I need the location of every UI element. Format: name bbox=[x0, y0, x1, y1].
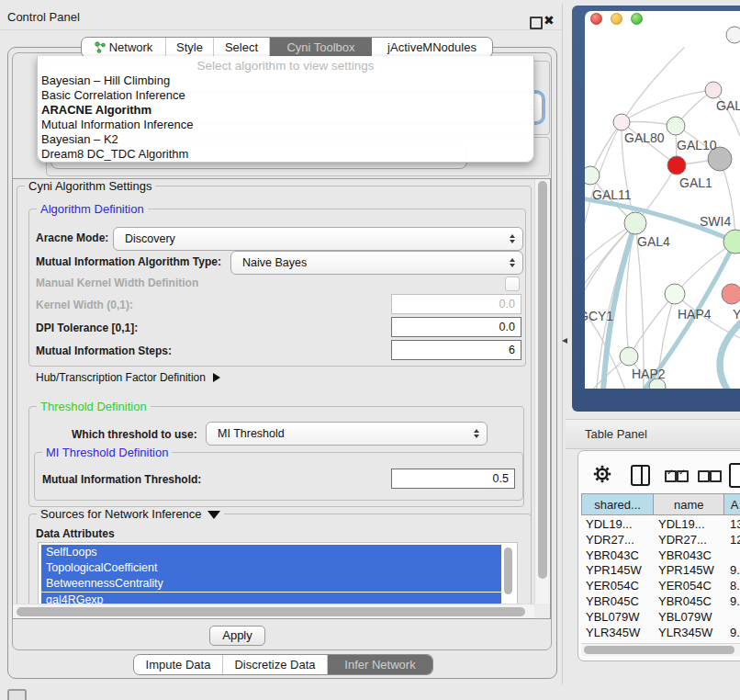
dropdown-item-mutual-information-inference[interactable]: Mutual Information Inference bbox=[41, 118, 193, 132]
node-label-yNode: Y bbox=[733, 307, 740, 322]
tab-jactivemnodules[interactable]: jActiveMNodules bbox=[372, 38, 492, 57]
manual-kernel-checkbox[interactable] bbox=[505, 277, 520, 291]
tab-infer-network[interactable]: Infer Network bbox=[328, 655, 432, 674]
network-node-gal11[interactable] bbox=[585, 166, 600, 185]
table-cell: YBL079W bbox=[581, 610, 654, 626]
dropdown-item-aracne-algorithm[interactable]: ARACNE Algorithm bbox=[41, 103, 151, 118]
zoom-window-light[interactable] bbox=[631, 13, 643, 25]
stepper-icon bbox=[510, 258, 515, 267]
algorithm-definition-title: Algorithm Definition bbox=[37, 202, 148, 216]
table-row[interactable]: YBL079WYBL079W bbox=[581, 610, 740, 626]
columns-icon[interactable] bbox=[631, 465, 650, 486]
network-node-swi4[interactable] bbox=[723, 230, 740, 254]
network-node-gal4[interactable] bbox=[624, 212, 646, 234]
table-row[interactable]: YLR345WYLR345W9. bbox=[581, 626, 740, 641]
tab-impute-data[interactable]: Impute Data bbox=[134, 655, 223, 674]
settings-vscroll-thumb[interactable] bbox=[538, 181, 547, 579]
stepper-icon bbox=[474, 429, 479, 438]
table-cell bbox=[725, 610, 740, 626]
table-cell: YBR045C bbox=[654, 594, 725, 610]
table-cell: YDL19... bbox=[581, 517, 654, 533]
table-row[interactable]: YBR045CYBR045C9. bbox=[581, 594, 740, 610]
node-label-gal11: GAL11 bbox=[592, 187, 632, 202]
network-graph[interactable]: GALGAL80GAL10GAL1GAL11GAL4SWI4GCY1HAP4YH… bbox=[585, 26, 740, 389]
minimize-window-light[interactable] bbox=[611, 13, 622, 25]
deselect-all-columns-icon2[interactable] bbox=[710, 470, 722, 482]
column-header-shared...[interactable]: shared... bbox=[582, 494, 654, 514]
which-threshold-combo[interactable]: MI Threshold bbox=[206, 422, 488, 446]
tab-select[interactable]: Select bbox=[214, 38, 270, 57]
network-node-hap2[interactable] bbox=[620, 347, 638, 366]
collapsed-panel-button[interactable] bbox=[7, 689, 27, 700]
aracne-mode-combo[interactable]: Discovery bbox=[113, 227, 523, 251]
sources-group-title[interactable]: Sources for Network Inference bbox=[37, 507, 224, 521]
node-label-gal80: GAL80 bbox=[624, 130, 665, 145]
table-cell: YBR045C bbox=[581, 594, 654, 610]
settings-horizontal-scrollbar[interactable] bbox=[13, 604, 534, 619]
mi-type-combo[interactable]: Naive Bayes bbox=[230, 251, 523, 275]
mi-threshold-input[interactable]: 0.5 bbox=[391, 469, 515, 489]
table-hscroll-thumb[interactable] bbox=[584, 646, 734, 654]
dpi-tolerance-label: DPI Tolerance [0,1]: bbox=[36, 322, 138, 334]
list-scrollbar-thumb[interactable] bbox=[504, 548, 512, 594]
apply-button[interactable]: Apply bbox=[209, 626, 265, 646]
network-node-gal10[interactable] bbox=[667, 117, 685, 135]
gear-icon[interactable] bbox=[593, 465, 611, 483]
network-node-galX[interactable] bbox=[705, 82, 722, 98]
column-header-name[interactable]: name bbox=[654, 494, 724, 514]
network-node-ghostTR[interactable] bbox=[726, 27, 740, 43]
network-edge bbox=[629, 294, 675, 356]
table-cell: 8. bbox=[725, 579, 740, 594]
dpi-tolerance-input[interactable]: 0.0 bbox=[391, 317, 521, 337]
table-row[interactable]: YPR145WYPR145W9. bbox=[581, 563, 740, 579]
select-all-columns-icon[interactable]: ✓ bbox=[665, 470, 677, 482]
tab-network[interactable]: Network bbox=[82, 38, 166, 57]
table-row[interactable]: YDR27...YDR27...12 bbox=[581, 533, 740, 548]
float-window-button[interactable] bbox=[530, 17, 543, 29]
dropdown-item-basic-correlation-inference[interactable]: Basic Correlation Inference bbox=[41, 88, 185, 103]
tab-cyni-toolbox[interactable]: Cyni Toolbox bbox=[270, 38, 372, 57]
dropdown-item-bayesian-k2[interactable]: Bayesian – K2 bbox=[41, 132, 118, 147]
close-window-light[interactable] bbox=[590, 13, 602, 25]
tab-style[interactable]: Style bbox=[166, 38, 214, 57]
dropdown-item-dream8-dc-tdc-algorithm[interactable]: Dream8 DC_TDC Algorithm bbox=[41, 147, 188, 162]
kernel-width-input[interactable]: 0.0 bbox=[391, 294, 521, 314]
tab-discretize-data[interactable]: Discretize Data bbox=[223, 655, 328, 674]
network-edge bbox=[585, 223, 635, 299]
dropdown-item-bayesian-hill-climbing[interactable]: Bayesian – Hill Climbing bbox=[41, 73, 170, 88]
mouse-cursor bbox=[562, 338, 567, 344]
deselect-all-columns-icon[interactable] bbox=[698, 470, 710, 482]
data-attributes-list[interactable]: SelfLoopsTopologicalCoefficientBetweenne… bbox=[38, 542, 518, 607]
close-panel-button[interactable]: ✖ bbox=[544, 13, 555, 28]
mi-steps-label: Mutual Information Steps: bbox=[36, 344, 172, 357]
desktop: Control Panel ✖ Cyni Algorithm Settings … bbox=[0, 0, 740, 700]
top-tab-bar: NetworkStyleSelectCyni ToolboxjActiveMNo… bbox=[81, 37, 493, 58]
table-header-row: shared...nameA bbox=[581, 493, 740, 515]
sources-title-text: Sources for Network Inference bbox=[40, 507, 202, 521]
column-header-A[interactable]: A bbox=[724, 494, 740, 514]
table-function-icon[interactable] bbox=[729, 463, 740, 488]
network-node-hap4[interactable] bbox=[665, 284, 685, 304]
network-node-gal80[interactable] bbox=[613, 114, 630, 130]
settings-vertical-scrollbar[interactable] bbox=[534, 179, 551, 618]
settings-hscroll-thumb[interactable] bbox=[17, 607, 525, 616]
mi-type-value: Naive Bayes bbox=[242, 256, 307, 269]
network-edge bbox=[622, 48, 684, 122]
table-horizontal-scrollbar[interactable] bbox=[581, 643, 740, 656]
which-threshold-label: Which threshold to use: bbox=[72, 428, 197, 441]
node-label-gcy1: GCY1 bbox=[585, 309, 613, 323]
node-label-hap2: HAP2 bbox=[632, 367, 666, 381]
hub-section-toggle[interactable]: Hub/Transcription Factor Definition bbox=[36, 371, 220, 384]
mi-threshold-group-title: MI Threshold Definition bbox=[42, 446, 172, 459]
attribute-item-betweennesscentrality[interactable]: BetweennessCentrality bbox=[41, 576, 501, 592]
attribute-item-topologicalcoefficient[interactable]: TopologicalCoefficient bbox=[41, 560, 501, 576]
table-row[interactable]: YER054CYER054C8. bbox=[581, 579, 740, 594]
network-node-gal1[interactable] bbox=[667, 156, 686, 175]
table-row[interactable]: YDL19...YDL19...13 bbox=[581, 517, 740, 533]
select-all-columns-icon2[interactable]: ✓ bbox=[677, 470, 689, 482]
attribute-item-selfloops[interactable]: SelfLoops bbox=[41, 545, 501, 560]
node-label-swi4: SWI4 bbox=[700, 214, 731, 229]
mi-steps-input[interactable]: 6 bbox=[391, 340, 521, 360]
network-node-yNode[interactable] bbox=[722, 284, 740, 304]
table-row[interactable]: YBR043CYBR043C bbox=[581, 548, 740, 564]
